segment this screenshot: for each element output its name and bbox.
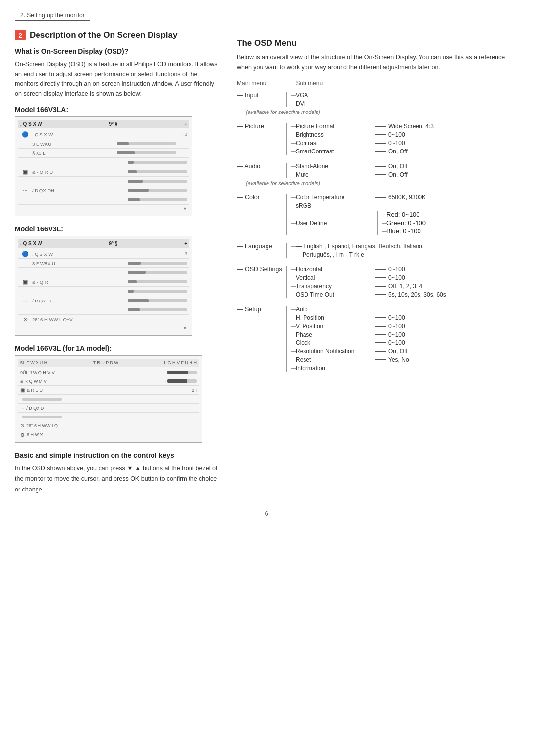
osd-menu-title: The OSD Menu xyxy=(237,38,518,48)
sub-sub-green: Green: 0~100 xyxy=(386,219,426,227)
instruction-heading: Basic and simple instruction on the cont… xyxy=(15,452,222,459)
sub-item-dvi: DVI xyxy=(296,100,372,107)
osd-icon-m2-4: ▣ xyxy=(20,278,30,285)
list-item: sRGB xyxy=(292,202,426,209)
list-item: User Define Red: 0~100 Green: 0~100 xyxy=(292,211,426,235)
list-item: Reset Yes, No xyxy=(292,356,409,363)
section-title: 2 Description of the On Screen Display xyxy=(15,30,222,40)
list-item: DVI xyxy=(292,100,372,107)
list-item: Green: 0~100 xyxy=(382,219,426,227)
sub-item-vertical-val: 0~100 xyxy=(375,274,405,281)
model2-header: , Q S X W 9° § ÷ xyxy=(18,239,189,248)
menu-group-input: — Input VGA DVI (available for selective… xyxy=(237,92,518,115)
osd-icon-m2-8: ⊙ xyxy=(20,316,30,323)
sub-item-clock-val: 0~100 xyxy=(375,340,405,346)
main-item-color: — Color xyxy=(237,194,286,201)
list-item: Phase 0~100 xyxy=(292,331,409,338)
model1-header-center: 9° § xyxy=(109,121,118,127)
osd-icon-m2-3 xyxy=(20,269,30,276)
sub-item-color-temp: Color Temperature xyxy=(296,194,372,201)
osd-settings-sub-list: Horizontal 0~100 Vertical 0~100 Transpar… xyxy=(286,266,446,298)
model2-mockup: , Q S X W 9° § ÷ 🔵 , Q S X W · 3 3 E W8X… xyxy=(15,236,192,336)
col2-label: Sub menu xyxy=(296,80,323,87)
sub-item-contrast: Contrast xyxy=(296,140,372,147)
osd-icon-5: ▣ xyxy=(20,168,30,175)
sub-item-lang-row1: — English , Español, Français, Deutsch, … xyxy=(296,243,424,250)
language-sub-list: — English , Español, Français, Deutsch, … xyxy=(286,243,424,258)
section-title-text: Description of the On Screen Display xyxy=(30,30,177,40)
osd-icon-7: ··· xyxy=(20,187,30,194)
sub-item-transparency-val: Off, 1, 2, 3, 4 xyxy=(375,283,422,290)
table-row: 🔵 , Q S X W · 3 xyxy=(18,249,189,259)
sub-item-brightness-val: 0~100 xyxy=(375,131,405,138)
model2-nav: ▼ xyxy=(18,324,189,332)
setup-sub-list: Auto H. Position 0~100 V. Position 0~100 xyxy=(286,306,409,372)
list-item: Red: 0~100 xyxy=(382,211,426,218)
section-number: 2 xyxy=(15,30,26,40)
model1-nav: ▼ xyxy=(18,205,189,213)
sub-item-horizontal-val: 0~100 xyxy=(375,266,405,273)
sub-item-reset: Reset xyxy=(296,356,372,363)
osd-description: On-Screen Display (OSD) is a feature in … xyxy=(15,59,222,99)
header-label: 2. Setting up the monitor xyxy=(20,12,85,19)
sub-sub-blue: Blue: 0~100 xyxy=(386,227,421,235)
osd-icon-m2-5 xyxy=(20,288,30,295)
osd-menu-desc: Below is an overall view of the structur… xyxy=(237,52,518,72)
list-item: Picture Format Wide Screen, 4:3 xyxy=(292,123,434,130)
main-item-audio: — Audio xyxy=(237,163,286,170)
model3-section: Model 166V3L (for 1A model): 5L F W X U … xyxy=(15,344,222,443)
input-available-note: (available for selective models) xyxy=(242,109,518,115)
main-item-picture: — Picture xyxy=(237,123,286,130)
right-column: The OSD Menu Below is an overall view of… xyxy=(237,30,518,495)
list-item: Transparency Off, 1, 2, 3, 4 xyxy=(292,283,446,290)
menu-group-setup: — Setup Auto H. Position 0~100 V. Positi… xyxy=(237,306,518,372)
sub-item-mute-val: On, Off xyxy=(375,171,407,178)
table-row: § X3 L xyxy=(18,149,189,158)
table-row: ▣ &R O R U xyxy=(18,167,189,177)
menu-group-picture: — Picture Picture Format Wide Screen, 4:… xyxy=(237,123,518,155)
sub-item-phase-val: 0~100 xyxy=(375,331,405,338)
page-header: 2. Setting up the monitor xyxy=(15,10,90,21)
sub-item-transparency: Transparency xyxy=(296,283,372,290)
list-item: Vertical 0~100 xyxy=(292,274,446,281)
sub-item-hposition-val: 0~100 xyxy=(375,314,405,321)
sub-item-standalone-val: On, Off xyxy=(375,163,407,170)
model1-header: , Q S X W 9° § ÷ xyxy=(18,120,189,128)
table-row: ··· / D QX D xyxy=(18,296,189,305)
menu-group-osd-settings: — OSD Settings Horizontal 0~100 Vertical… xyxy=(237,266,518,298)
sub-sub-red: Red: 0~100 xyxy=(386,211,420,218)
sub-item-lang-row2: Português, , i m - T rk e xyxy=(303,251,364,258)
table-row xyxy=(18,158,189,167)
sub-item-clock: Clock xyxy=(296,340,372,346)
table-row: ⊙ 26° 6 H WW L Q÷V— xyxy=(18,315,189,324)
table-row: 3 E W8X U xyxy=(18,259,189,268)
list-item: Contrast 0~100 xyxy=(292,140,434,147)
list-item: Português, , i m - T rk e xyxy=(292,251,424,258)
table-row xyxy=(18,305,189,315)
instruction-text: In the OSD shown above, you can press ▼ … xyxy=(15,463,222,495)
model1-section: Model 166V3LA: , Q S X W 9° § ÷ 🔵 , Q S … xyxy=(15,106,222,216)
model2-label: Model 166V3L: xyxy=(15,225,222,233)
table-row: ▣ &R Q R xyxy=(18,277,189,287)
list-item: Brightness 0~100 xyxy=(292,131,434,138)
osd-icon-m2-7 xyxy=(20,306,30,313)
input-sub-list: VGA DVI xyxy=(286,92,372,107)
main-item-language: — Language xyxy=(237,243,286,250)
page-number: 6 xyxy=(15,510,518,517)
audio-available-note: (available for selective models) xyxy=(242,180,518,186)
table-row: ··· / D QX DH xyxy=(18,186,189,195)
list-item: Mute On, Off xyxy=(292,171,407,178)
sub-item-resolution-notification: Resolution Notification xyxy=(296,348,372,355)
table-row xyxy=(18,177,189,186)
main-item-input: — Input xyxy=(237,92,286,99)
osd-icon-2 xyxy=(20,140,30,147)
table-row: & R Q W M V · xyxy=(18,377,199,386)
menu-group-color: — Color Color Temperature 6500K, 9300K s… xyxy=(237,194,518,235)
sub-item-horizontal: Horizontal xyxy=(296,266,372,273)
main-item-setup: — Setup xyxy=(237,306,286,313)
table-row: 🔵 , Q S X W · 3 xyxy=(18,130,189,139)
model2-section: Model 166V3L: , Q S X W 9° § ÷ 🔵 , Q S X… xyxy=(15,225,222,336)
menu-col-labels: Main menu Sub menu xyxy=(237,80,518,87)
osd-icon-m2-2 xyxy=(20,260,30,266)
picture-sub-list: Picture Format Wide Screen, 4:3 Brightne… xyxy=(286,123,434,155)
